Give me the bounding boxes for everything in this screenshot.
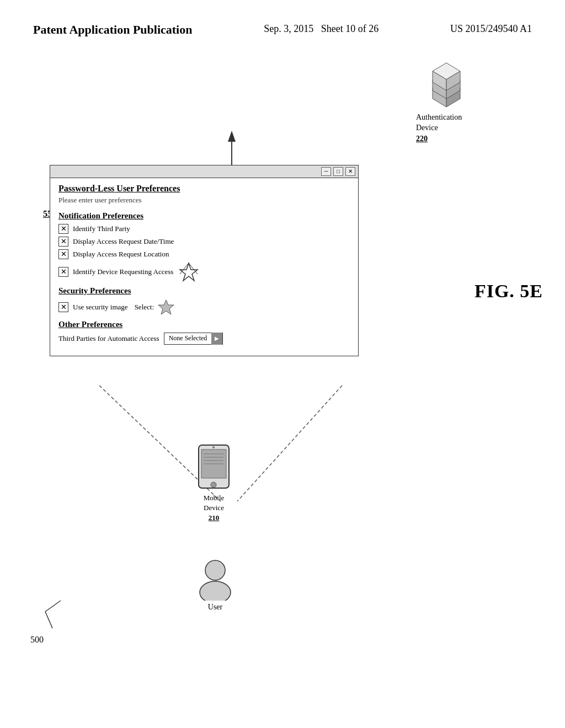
select-label: Select:	[135, 303, 154, 312]
main-diagram: Authentication Device 220 560 User Prefe…	[0, 49, 565, 711]
svg-marker-1	[228, 131, 236, 142]
label-display-location: Display Access Request Location	[73, 250, 169, 259]
auth-device-line1: Authentication	[416, 113, 462, 121]
user-label: User	[196, 603, 234, 612]
section-security: Security Preferences	[58, 286, 350, 296]
window-subtitle: Please enter user preferences	[58, 196, 350, 205]
mobile-device: Mobile Device 210	[196, 444, 232, 523]
mobile-label: Mobile Device 210	[196, 493, 232, 523]
row-display-date: Display Access Request Date/Time	[58, 237, 350, 247]
svg-point-27	[212, 446, 215, 448]
auth-device-num: 220	[416, 135, 428, 143]
svg-line-4	[237, 386, 342, 501]
connector-svg	[0, 49, 565, 711]
header-date-sheet: Sep. 3, 2015 Sheet 10 of 26	[264, 22, 379, 36]
label-identify-device: Identify Device Requesting Access	[73, 267, 173, 276]
dropdown-arrow-icon[interactable]: ▶	[211, 333, 222, 345]
auth-device-line2: Device	[416, 124, 438, 132]
preferences-window: ─ □ ✕ Password-Less User Preferences Ple…	[50, 165, 359, 356]
window-titlebar: ─ □ ✕	[50, 165, 358, 178]
svg-line-18	[180, 263, 189, 274]
checkbox-display-location[interactable]	[58, 249, 68, 259]
publication-title: Patent Application Publication	[33, 22, 192, 38]
svg-point-26	[211, 482, 216, 488]
row-third-parties-auto: Third Parties for Automatic Access None …	[58, 333, 350, 345]
publication-date: Sep. 3, 2015	[264, 23, 313, 34]
svg-marker-19	[158, 300, 174, 314]
page-header: Patent Application Publication Sep. 3, 2…	[0, 0, 565, 49]
svg-line-5	[45, 601, 61, 612]
auth-device-label: Authentication Device 220	[416, 60, 477, 144]
user-icon	[196, 559, 234, 601]
svg-marker-16	[180, 263, 198, 281]
checkbox-third-party[interactable]	[58, 224, 68, 234]
row-security-image: Use security image Select:	[58, 299, 350, 315]
window-minimize-btn[interactable]: ─	[321, 167, 331, 176]
window-content: Password-Less User Preferences Please en…	[50, 178, 358, 356]
label-security-image: Use security image	[73, 303, 128, 312]
sheet-info: Sheet 10 of 26	[321, 23, 379, 34]
checkbox-display-date[interactable]	[58, 237, 68, 247]
section-other: Other Preferences	[58, 320, 350, 329]
server-icon	[416, 60, 477, 110]
patent-number: US 2015/249540 A1	[450, 22, 532, 36]
label-third-parties-auto: Third Parties for Automatic Access	[58, 334, 159, 343]
mobile-num: 210	[209, 513, 220, 522]
label-third-party: Identify Third Party	[73, 224, 130, 233]
svg-point-29	[200, 581, 231, 601]
row-third-party: Identify Third Party	[58, 224, 350, 234]
label-500: 500	[30, 635, 44, 645]
security-image-star-icon	[157, 299, 175, 315]
svg-line-17	[189, 263, 198, 274]
section-notification: Notification Preferences	[58, 211, 350, 221]
mobile-icon	[196, 444, 232, 491]
window-close-btn[interactable]: ✕	[345, 167, 355, 176]
mobile-line2: Device	[204, 504, 224, 512]
svg-point-28	[205, 560, 225, 580]
row-display-location: Display Access Request Location	[58, 249, 350, 259]
window-restore-btn[interactable]: □	[333, 167, 343, 176]
starburst-icon	[178, 262, 200, 282]
user-figure: User	[196, 559, 234, 612]
select-none-text: None Selected	[164, 334, 212, 342]
row-identify-device: Identify Device Requesting Access	[58, 262, 350, 282]
checkbox-identify-device[interactable]	[58, 267, 68, 277]
label-display-date: Display Access Request Date/Time	[73, 237, 174, 246]
window-title: Password-Less User Preferences	[58, 184, 350, 194]
mobile-line1: Mobile	[204, 494, 225, 502]
fig-label: FIG. 5E	[475, 281, 543, 302]
checkbox-security-image[interactable]	[58, 302, 68, 312]
svg-line-6	[45, 612, 52, 628]
none-selected-dropdown[interactable]: None Selected ▶	[164, 333, 223, 345]
